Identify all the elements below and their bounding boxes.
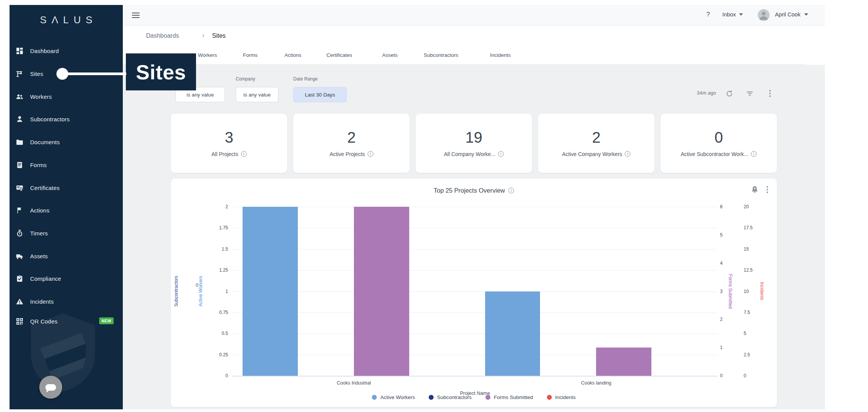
tab-certificates[interactable]: Certificates [326, 46, 352, 65]
sidebar-item-label: Actions [30, 207, 50, 214]
sidebar-item-label: Certificates [30, 185, 59, 191]
breadcrumb-separator: › [202, 26, 204, 45]
incidents-icon [15, 297, 24, 306]
date-range-filter-label: Date Range [293, 76, 318, 82]
sidebar-item-subcontractors[interactable]: Subcontractors [10, 111, 123, 127]
y-tick-active_workers: 1 [205, 288, 228, 295]
sidebar-item-label: Sites [30, 71, 43, 77]
sidebar-item-label: Subcontractors [30, 116, 70, 122]
y-tick-active_workers: 1.75 [205, 225, 228, 231]
breadcrumb: Dashboards › Sites [123, 26, 825, 46]
callout-connector-line [63, 72, 126, 75]
sidebar-item-label: Documents [30, 139, 60, 145]
stat-card-all-projects: 3 All Projects [171, 114, 287, 173]
documents-icon [15, 137, 24, 146]
info-icon[interactable] [625, 151, 630, 157]
dashboard-icon [15, 46, 24, 55]
assets-icon [15, 251, 24, 261]
sidebar-item-actions[interactable]: Actions [10, 203, 123, 218]
tab-workers[interactable]: Workers [198, 46, 217, 65]
kebab-menu-icon[interactable] [765, 89, 775, 98]
sidebar-item-assets[interactable]: Assets [10, 248, 123, 264]
top-25-projects-overview-card: Top 25 Projects Overview 0Subcontractors… [171, 179, 777, 407]
chevron-down-icon [804, 13, 808, 16]
legend-dot [429, 395, 434, 400]
gridline [233, 291, 717, 292]
dashboard-tabs: Workers Forms Actions Certificates Asset… [123, 46, 825, 65]
tab-subcontractors[interactable]: Subcontractors [424, 46, 458, 65]
legend-dot [485, 395, 490, 400]
stat-card-active-subcontractor-workers: 0 Active Subcontractor Work... [661, 114, 777, 173]
avatar[interactable] [758, 9, 770, 21]
legend-dot [547, 395, 552, 400]
legend-item-active-workers[interactable]: Active Workers [372, 394, 415, 400]
y-axis-label-forms_submitted: Forms Submitted [728, 207, 733, 376]
inbox-label: Inbox [722, 11, 736, 18]
certificates-icon [15, 183, 24, 192]
forms-icon [15, 160, 24, 169]
legend-item-forms-submitted[interactable]: Forms Submitted [485, 394, 533, 400]
compliance-icon [15, 274, 24, 283]
breadcrumb-dashboards[interactable]: Dashboards [146, 26, 179, 46]
sidebar-item-workers[interactable]: Workers [10, 89, 123, 104]
sidebar-item-incidents[interactable]: Incidents [10, 294, 123, 309]
sidebar: SΛLUS Dashboard Sites Workers Subcontrac… [10, 5, 123, 409]
tab-assets[interactable]: Assets [382, 46, 398, 65]
salus-shield-watermark [25, 310, 101, 396]
chevron-down-icon [739, 13, 743, 16]
x-category-label: Cooks Industrial [337, 380, 371, 386]
legend-item-incidents[interactable]: Incidents [547, 394, 576, 400]
chart-legend: Active WorkersSubcontractorsForms Submit… [171, 394, 777, 400]
date-range-filter-value[interactable]: Last 30 Days [293, 87, 347, 102]
sidebar-item-compliance[interactable]: Compliance [10, 271, 123, 286]
y-tick-active_workers: 0.25 [205, 352, 228, 358]
sidebar-item-documents[interactable]: Documents [10, 134, 123, 150]
sites-icon [15, 69, 24, 78]
bar-active-workers-cooks-landing [485, 291, 540, 376]
company-filter-value[interactable]: is any value [236, 87, 278, 102]
stat-value: 2 [592, 130, 600, 145]
info-icon[interactable] [368, 151, 373, 157]
bar-forms-submitted-cooks-landing [596, 348, 651, 376]
info-icon[interactable] [498, 151, 504, 157]
sidebar-item-dashboard[interactable]: Dashboard [10, 43, 123, 58]
gridline [233, 270, 717, 270]
info-icon[interactable] [751, 151, 757, 157]
y-tick-active_workers: 1.5 [205, 246, 228, 252]
stat-card-active-company-workers: 2 Active Company Workers [538, 114, 654, 173]
tab-forms[interactable]: Forms [243, 46, 257, 65]
gridline [233, 207, 717, 207]
stat-card-active-projects: 2 Active Projects [293, 114, 410, 173]
y-tick-active_workers: 0.75 [205, 309, 228, 315]
salus-dashboard-page: SΛLUS Dashboard Sites Workers Subcontrac… [0, 0, 868, 412]
inbox-menu[interactable]: Inbox [722, 11, 743, 18]
sidebar-item-timers[interactable]: Timers [10, 225, 123, 241]
y-tick-active_workers: 0 [205, 373, 228, 379]
sidebar-item-label: Timers [30, 230, 48, 237]
stat-value: 2 [347, 130, 355, 145]
filter-icon[interactable] [745, 89, 755, 98]
breadcrumb-current: Sites [212, 26, 226, 46]
sidebar-item-label: Assets [30, 253, 48, 259]
info-icon[interactable] [241, 151, 247, 157]
legend-label: Subcontractors [437, 394, 472, 400]
sites-callout: Sites [126, 53, 196, 90]
legend-item-subcontractors[interactable]: Subcontractors [429, 394, 472, 400]
y-axis-label-incidents: Incidents [759, 207, 765, 376]
sidebar-item-certificates[interactable]: Certificates [10, 180, 123, 195]
tab-incidents[interactable]: Incidents [490, 46, 511, 65]
chat-launcher-button[interactable] [39, 376, 62, 399]
user-menu[interactable]: April Cook [775, 11, 808, 18]
menu-toggle-button[interactable] [132, 13, 140, 18]
actions-icon [15, 206, 24, 215]
tab-actions[interactable]: Actions [285, 46, 301, 65]
salus-logo: SΛLUS [10, 14, 123, 26]
refresh-icon[interactable] [724, 89, 734, 98]
gridline [233, 249, 717, 249]
gridline [233, 333, 717, 334]
help-button[interactable]: ? [706, 11, 710, 18]
sidebar-item-label: Dashboard [30, 48, 59, 54]
y-tick-active_workers: 1.25 [205, 267, 228, 273]
sidebar-item-forms[interactable]: Forms [10, 157, 123, 172]
x-axis-line [233, 376, 717, 377]
